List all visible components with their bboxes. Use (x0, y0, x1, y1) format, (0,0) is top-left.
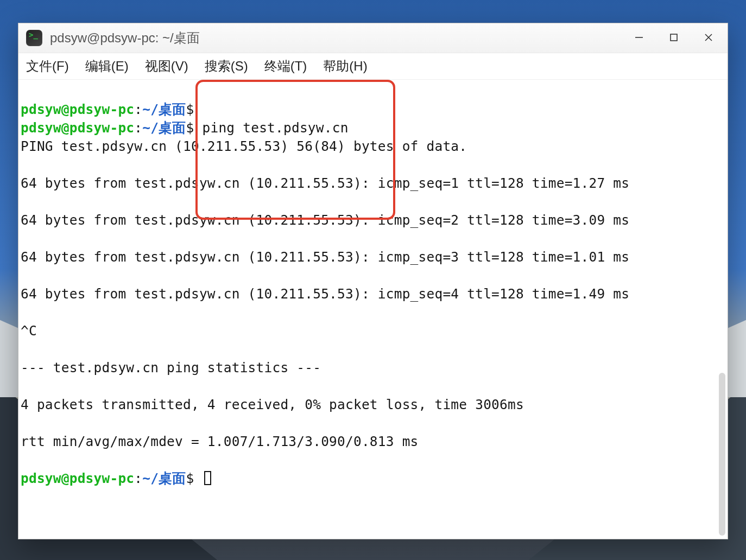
output-line: 64 bytes from test.pdsyw.cn (10.211.55.5… (21, 211, 716, 230)
prompt-symbol: $ (186, 120, 194, 136)
command-text: ping test.pdsyw.cn (194, 120, 349, 136)
maximize-icon (669, 30, 679, 46)
prompt-line-2: pdsyw@pdsyw-pc:~/桌面$ ping test.pdsyw.cn (21, 120, 349, 136)
prompt-path: ~/桌面 (142, 470, 186, 486)
output-line: 64 bytes from test.pdsyw.cn (10.211.55.5… (21, 285, 716, 303)
menu-file[interactable]: 文件(F) (25, 55, 70, 77)
text-cursor (204, 471, 211, 485)
terminal-output[interactable]: pdsyw@pdsyw-pc:~/桌面$ pdsyw@pdsyw-pc:~/桌面… (18, 80, 718, 539)
close-icon (704, 30, 713, 46)
output-line: ^C (21, 322, 716, 340)
window-controls (631, 30, 722, 46)
prompt-line-1: pdsyw@pdsyw-pc:~/桌面$ (21, 101, 194, 117)
prompt-line-3: pdsyw@pdsyw-pc:~/桌面$ (21, 470, 211, 486)
terminal-app-icon (26, 30, 42, 46)
output-line: rtt min/avg/max/mdev = 1.007/1.713/3.090… (21, 432, 716, 451)
window-title: pdsyw@pdsyw-pc: ~/桌面 (50, 29, 200, 47)
prompt-host: pdsyw@pdsyw-pc (21, 470, 134, 486)
menu-bar: 文件(F) 编辑(E) 视图(V) 搜索(S) 终端(T) 帮助(H) (18, 53, 728, 80)
minimize-button[interactable] (631, 30, 647, 46)
prompt-path: ~/桌面 (142, 101, 186, 117)
window-titlebar[interactable]: pdsyw@pdsyw-pc: ~/桌面 (18, 23, 728, 53)
prompt-symbol: $ (186, 470, 194, 486)
maximize-button[interactable] (666, 30, 682, 46)
output-line: 64 bytes from test.pdsyw.cn (10.211.55.5… (21, 174, 716, 193)
prompt-sep: : (134, 470, 142, 486)
prompt-symbol: $ (186, 101, 194, 117)
output-line: --- test.pdsyw.cn ping statistics --- (21, 359, 716, 377)
menu-view[interactable]: 视图(V) (144, 55, 189, 77)
prompt-host: pdsyw@pdsyw-pc (21, 101, 134, 117)
svg-rect-1 (671, 34, 677, 41)
prompt-sep: : (134, 120, 142, 136)
output-line: 4 packets transmitted, 4 received, 0% pa… (21, 396, 716, 414)
output-line: 64 bytes from test.pdsyw.cn (10.211.55.5… (21, 248, 716, 266)
menu-terminal[interactable]: 终端(T) (263, 55, 308, 77)
prompt-sep: : (134, 101, 142, 117)
menu-help[interactable]: 帮助(H) (322, 55, 368, 77)
minimize-icon (634, 30, 644, 46)
menu-search[interactable]: 搜索(S) (204, 55, 249, 77)
vertical-scrollbar[interactable] (719, 373, 725, 536)
desktop-background: pdsyw@pdsyw-pc: ~/桌面 (0, 0, 746, 560)
close-button[interactable] (700, 30, 717, 46)
menu-edit[interactable]: 编辑(E) (84, 55, 130, 77)
output-line: PING test.pdsyw.cn (10.211.55.53) 56(84)… (21, 137, 716, 156)
prompt-host: pdsyw@pdsyw-pc (21, 120, 134, 136)
terminal-viewport: pdsyw@pdsyw-pc:~/桌面$ pdsyw@pdsyw-pc:~/桌面… (18, 80, 728, 539)
terminal-window: pdsyw@pdsyw-pc: ~/桌面 (18, 23, 728, 539)
prompt-path: ~/桌面 (142, 120, 186, 136)
